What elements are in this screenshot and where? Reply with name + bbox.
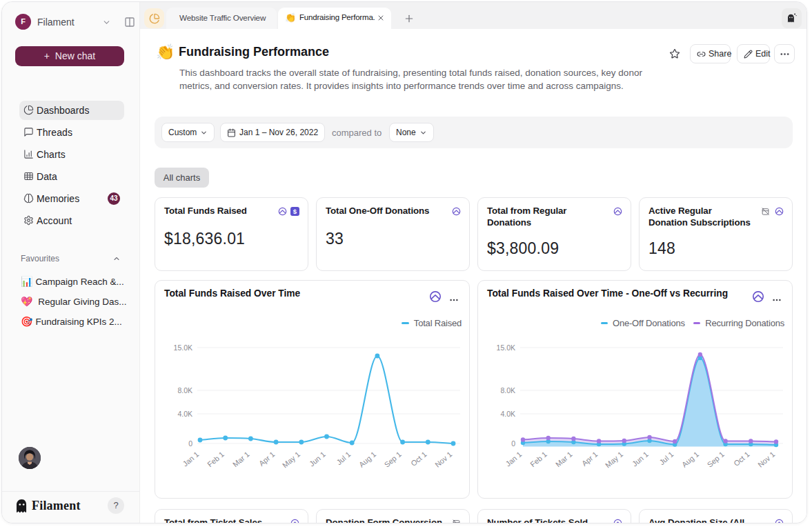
svg-text:Jul 1: Jul 1 xyxy=(657,450,675,466)
svg-text:Mar 1: Mar 1 xyxy=(554,450,574,468)
svg-text:Oct 1: Oct 1 xyxy=(409,450,428,468)
svg-text:Sep 1: Sep 1 xyxy=(706,450,726,468)
svg-text:Sep 1: Sep 1 xyxy=(383,450,403,468)
svg-text:0: 0 xyxy=(511,439,515,448)
svg-text:Aug 1: Aug 1 xyxy=(680,450,700,468)
svg-text:0: 0 xyxy=(188,439,192,448)
svg-text:Apr 1: Apr 1 xyxy=(580,450,599,468)
svg-text:May 1: May 1 xyxy=(281,450,301,469)
svg-text:Feb 1: Feb 1 xyxy=(206,450,226,468)
svg-text:Apr 1: Apr 1 xyxy=(257,450,276,468)
svg-text:4.0K: 4.0K xyxy=(177,410,192,418)
svg-text:Oct 1: Oct 1 xyxy=(732,450,751,468)
svg-text:15.0K: 15.0K xyxy=(497,343,515,352)
svg-text:Jun 1: Jun 1 xyxy=(631,450,650,468)
svg-text:4.0K: 4.0K xyxy=(500,410,515,418)
svg-text:Jul 1: Jul 1 xyxy=(335,450,352,466)
svg-text:Jan 1: Jan 1 xyxy=(181,450,200,468)
svg-text:Nov 1: Nov 1 xyxy=(756,450,776,468)
svg-text:Jun 1: Jun 1 xyxy=(308,450,327,468)
svg-text:15.0K: 15.0K xyxy=(174,343,192,352)
svg-text:Mar 1: Mar 1 xyxy=(231,450,251,468)
svg-text:Aug 1: Aug 1 xyxy=(357,450,377,468)
svg-text:Jan 1: Jan 1 xyxy=(504,450,523,468)
svg-text:May 1: May 1 xyxy=(604,450,624,469)
svg-text:Nov 1: Nov 1 xyxy=(433,450,453,468)
svg-text:8.0K: 8.0K xyxy=(500,386,515,395)
svg-text:8.0K: 8.0K xyxy=(177,386,192,395)
svg-text:Feb 1: Feb 1 xyxy=(528,450,548,468)
